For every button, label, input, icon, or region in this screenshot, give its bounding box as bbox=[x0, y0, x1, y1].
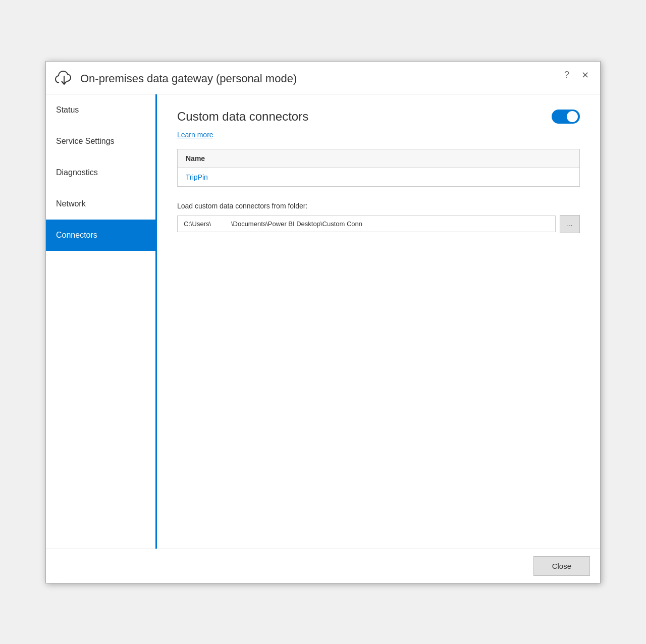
sidebar-item-network[interactable]: Network bbox=[46, 188, 155, 220]
content-area: Status Service Settings Diagnostics Netw… bbox=[46, 94, 600, 549]
title-bar: On-premises data gateway (personal mode)… bbox=[46, 62, 600, 94]
help-button[interactable]: ? bbox=[561, 69, 572, 81]
table-header-name: Name bbox=[178, 149, 579, 168]
connector-name: TripPin bbox=[186, 173, 208, 181]
main-window: On-premises data gateway (personal mode)… bbox=[45, 61, 601, 583]
window-title: On-premises data gateway (personal mode) bbox=[80, 72, 592, 85]
section-header: Custom data connectors bbox=[177, 110, 580, 124]
folder-path-input[interactable] bbox=[177, 216, 556, 232]
close-button[interactable]: ✕ bbox=[578, 69, 592, 82]
toggle-slider bbox=[552, 110, 580, 124]
browse-button[interactable]: ... bbox=[560, 215, 580, 233]
connectors-table: Name TripPin bbox=[177, 149, 580, 187]
footer: Close bbox=[46, 549, 600, 583]
main-panel: Custom data connectors Learn more Name T… bbox=[157, 94, 600, 549]
app-icon bbox=[54, 69, 74, 89]
learn-more-link[interactable]: Learn more bbox=[177, 131, 580, 139]
toggle-custom-connectors[interactable] bbox=[552, 110, 580, 124]
close-button[interactable]: Close bbox=[533, 556, 590, 576]
sidebar-item-diagnostics[interactable]: Diagnostics bbox=[46, 157, 155, 188]
window-controls: ? ✕ bbox=[561, 69, 592, 82]
sidebar-item-status[interactable]: Status bbox=[46, 94, 155, 126]
sidebar-item-service-settings[interactable]: Service Settings bbox=[46, 126, 155, 157]
sidebar-item-connectors[interactable]: Connectors bbox=[46, 220, 155, 251]
folder-label: Load custom data connectors from folder: bbox=[177, 202, 580, 210]
folder-input-row: ... bbox=[177, 215, 580, 233]
sidebar: Status Service Settings Diagnostics Netw… bbox=[46, 94, 157, 549]
table-row: TripPin bbox=[178, 168, 579, 186]
section-title: Custom data connectors bbox=[177, 110, 308, 124]
